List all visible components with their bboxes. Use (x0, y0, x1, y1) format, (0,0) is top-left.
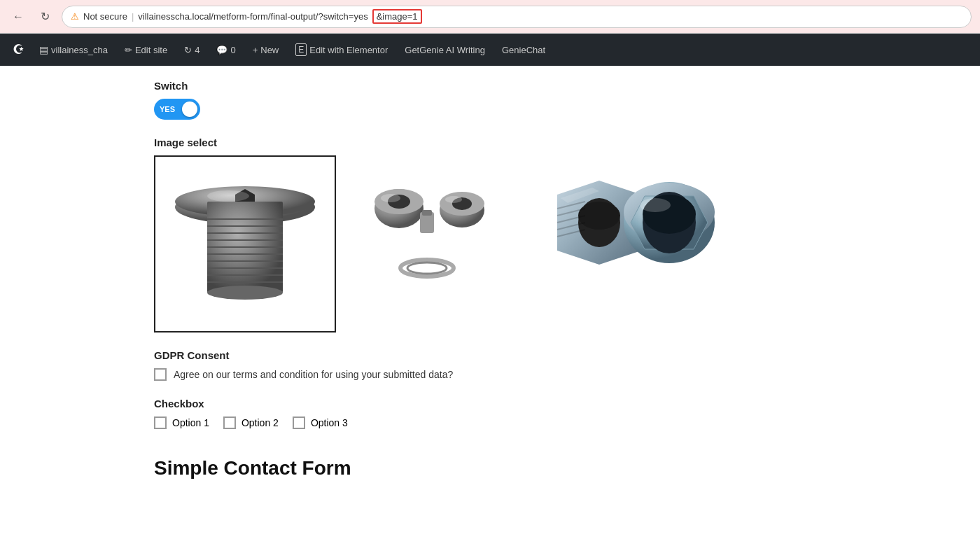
checkbox-option-1[interactable]: Option 1 (154, 416, 209, 429)
paintbrush-icon: ✏ (125, 45, 132, 55)
checkbox-option-3[interactable]: Option 3 (293, 416, 348, 429)
gdpr-label: GDPR Consent (154, 349, 826, 361)
browser-bar: ← ↻ ⚠ Not secure | villainesscha.local/m… (0, 0, 980, 34)
image-option-2[interactable] (353, 155, 501, 306)
svg-point-25 (407, 262, 447, 274)
toggle-knob (182, 102, 197, 117)
wp-icon: ☪ (13, 42, 24, 57)
wp-admin-bar: ☪ ▤ villainess_cha ✏ Edit site ↻ 4 💬 0 +… (0, 34, 980, 66)
checkbox-options: Option 1 Option 2 Option 3 (154, 416, 826, 429)
gdpr-checkbox-text: Agree on our terms and condition for usi… (174, 369, 453, 380)
checkbox-option-3-label: Option 3 (311, 417, 348, 428)
getgenie-item[interactable]: GetGenie AI Writing (398, 34, 492, 66)
refresh-button[interactable]: ↻ (35, 7, 55, 27)
plus-icon: + (253, 45, 258, 55)
image-select-section: Image select (154, 136, 826, 332)
geniechat-item[interactable]: GenieChat (495, 34, 552, 66)
svg-point-26 (381, 194, 400, 202)
image-option-1[interactable] (154, 155, 336, 332)
gdpr-checkbox[interactable] (154, 368, 167, 381)
getgenie-label: GetGenie AI Writing (405, 45, 485, 55)
image-select-grid (154, 155, 826, 332)
updates-count: 4 (195, 45, 200, 55)
elementor-item[interactable]: E Edit with Elementor (288, 34, 395, 66)
url-highlight: &image=1 (372, 9, 422, 24)
gdpr-section: GDPR Consent Agree on our terms and cond… (154, 349, 826, 381)
image-select-label: Image select (154, 136, 826, 148)
geniechat-label: GenieChat (502, 45, 545, 55)
fitting-svg (522, 160, 718, 307)
bolt-plug-svg (158, 160, 332, 326)
site-name-label: villainess_cha (51, 45, 108, 55)
site-icon: ▤ (39, 44, 48, 55)
checkbox-label: Checkbox (154, 398, 826, 410)
edit-site-item[interactable]: ✏ Edit site (118, 34, 174, 66)
site-name-item[interactable]: ▤ villainess_cha (32, 34, 115, 66)
checkbox-option-2-label: Option 2 (241, 417, 279, 428)
switch-toggle[interactable]: YES (154, 99, 200, 120)
switch-label: Switch (154, 80, 826, 92)
comments-icon: 💬 (216, 45, 227, 55)
svg-point-27 (445, 196, 462, 203)
svg-rect-20 (422, 210, 432, 216)
edit-site-label: Edit site (135, 45, 167, 55)
checkbox-option-2[interactable]: Option 2 (223, 416, 279, 429)
parts-svg (357, 160, 497, 300)
simple-contact-form-heading: Simple Contact Form (154, 457, 826, 479)
elementor-label: Edit with Elementor (309, 45, 388, 55)
new-item[interactable]: + New (246, 34, 286, 66)
checkbox-2[interactable] (223, 416, 236, 429)
checkbox-1[interactable] (154, 416, 167, 429)
not-secure-label: Not secure (83, 11, 127, 22)
svg-point-15 (207, 190, 249, 202)
svg-point-41 (640, 198, 671, 212)
updates-icon: ↻ (184, 45, 192, 55)
toggle-yes-label: YES (160, 105, 175, 113)
switch-section: Switch YES (154, 80, 826, 120)
wp-logo-item[interactable]: ☪ (7, 34, 29, 66)
updates-item[interactable]: ↻ 4 (177, 34, 206, 66)
new-label: New (260, 45, 279, 55)
elementor-icon: E (295, 43, 307, 56)
checkbox-section: Checkbox Option 1 Option 2 Option 3 (154, 398, 826, 429)
not-secure-icon: ⚠ (71, 11, 79, 22)
checkbox-option-1-label: Option 1 (172, 417, 209, 428)
page-content: Switch YES Image select (0, 66, 980, 493)
back-button[interactable]: ← (8, 7, 28, 27)
comments-count: 0 (230, 45, 235, 55)
url-separator: | (132, 11, 134, 22)
checkbox-3[interactable] (293, 416, 305, 429)
comments-item[interactable]: 💬 0 (209, 34, 242, 66)
gdpr-row: Agree on our terms and condition for usi… (154, 368, 826, 381)
url-bar[interactable]: ⚠ Not secure | villainesscha.local/metfo… (62, 6, 972, 28)
image-option-3[interactable] (518, 155, 722, 313)
svg-point-14 (207, 286, 283, 300)
url-main: villainesscha.local/metform-form/final-o… (138, 11, 368, 22)
